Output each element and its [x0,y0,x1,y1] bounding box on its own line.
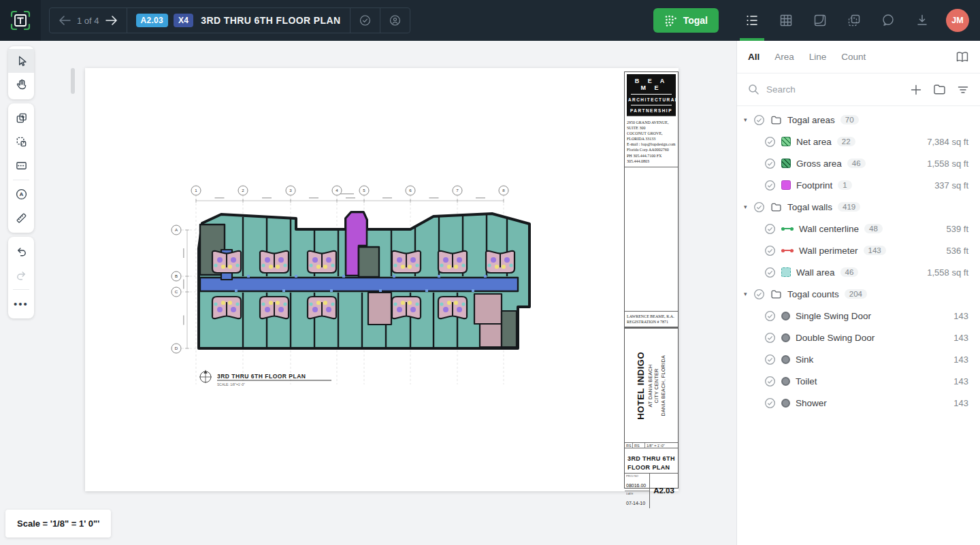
tab-area[interactable]: Area [774,52,794,62]
scale-status: Scale = '1/8" = 1' 0"' [5,510,111,538]
tab-line[interactable]: Line [809,52,827,62]
check-circle-icon[interactable] [764,332,776,344]
search-icon [748,84,760,95]
redo-icon [15,269,28,282]
tree-item-double-swing-door[interactable]: Double Swing Door143 [737,327,980,348]
region-select-icon [15,135,28,148]
measurement-tree: ▾Togal areas70Net area227,384 sq ftGross… [737,106,980,414]
corridor-area [200,278,518,291]
check-circle-icon[interactable] [764,376,776,387]
tree-section-togal-areas[interactable]: ▾Togal areas70 [737,109,980,131]
more-tools-button[interactable]: ••• [8,292,34,316]
count-swatch [781,377,790,386]
svg-text:4: 4 [336,188,338,193]
tree-item-toilet[interactable]: Toilet143 [737,370,980,392]
project-name-block: HOTEL INDIGO AT DANIA BEACH CITY CENTER … [625,329,678,443]
sheet-number-badge[interactable]: A2.03 [136,14,169,27]
undo-icon [15,245,28,258]
check-circle-icon[interactable] [764,223,776,235]
floor-plan-drawing: 12345678ABCD 3RD THRU 6TH FLOOR PLAN SCA… [167,180,555,398]
tab-all[interactable]: All [748,52,760,62]
select-tool-button[interactable] [8,49,34,73]
magic-select-tool-button[interactable] [8,130,34,154]
pan-tool-button[interactable] [8,73,34,97]
tree-item-wall-area[interactable]: Wall area461,558 sq ft [737,261,980,283]
measurement-value: 1,558 sq ft [927,159,980,169]
collapse-caret-icon[interactable]: ▾ [744,116,753,123]
redo-button[interactable] [8,263,34,287]
tree-item-gross-area[interactable]: Gross area461,558 sq ft [737,152,980,174]
tree-section-togal-counts[interactable]: ▾Togal counts204 [737,283,980,305]
count-badge: 143 [864,246,886,255]
measurement-value: 143 [953,398,980,408]
title-block: B E A M E ARCHITECTURAL PARTNERSHIP 2950… [624,71,679,489]
collapse-caret-icon[interactable]: ▾ [744,203,753,210]
compare-sheets-button[interactable] [837,0,871,41]
next-page-icon[interactable] [105,16,118,25]
tree-item-shower[interactable]: Shower143 [737,392,980,414]
page-indicator: 1 of 4 [77,16,99,26]
drawing-canvas[interactable]: 12345678ABCD 3RD THRU 6TH FLOOR PLAN SCA… [0,41,736,545]
count-swatch [781,312,790,320]
user-avatar[interactable]: JM [946,9,969,32]
tree-item-net-area[interactable]: Net area227,384 sq ft [737,131,980,152]
new-folder-button[interactable] [933,84,946,95]
tree-item-wall-perimeter[interactable]: Wall perimeter143536 ft [737,240,980,261]
filter-button[interactable] [957,84,969,95]
tab-count[interactable]: Count [841,52,866,62]
sheet-date: 07-14-10 [626,501,645,506]
search-input[interactable] [766,84,899,95]
count-swatch [781,399,790,408]
notes-icon [813,13,828,28]
check-circle-icon[interactable] [764,158,776,169]
comments-button[interactable] [871,0,905,41]
building-outline [199,212,529,348]
app-logo[interactable] [0,0,41,41]
approve-button[interactable] [350,8,380,33]
registration-text: LAWRENCE BEAME, R.A. REGISTRATION # 7871 [625,312,678,327]
check-circle-icon[interactable] [764,245,776,257]
togal-ai-button[interactable]: Togal [653,8,719,33]
prev-page-icon[interactable] [59,16,71,25]
check-circle-icon[interactable] [753,288,765,300]
annotation-tool-button[interactable]: A [8,182,34,206]
check-circle-icon[interactable] [764,136,776,148]
svg-text:B: B [175,274,178,278]
multiplier-badge[interactable]: X4 [174,14,193,27]
check-circle-icon[interactable] [764,397,776,409]
duplicate-area-tool-button[interactable] [8,106,34,130]
tree-section-togal-walls[interactable]: ▾Togal walls419 [737,196,980,218]
undo-button[interactable] [8,240,34,263]
firm-logo: B E A M E ARCHITECTURAL PARTNERSHIP [627,74,676,116]
canvas-scrollbar[interactable] [71,68,75,94]
takeoff-list-view-button[interactable] [735,0,769,41]
check-circle-icon[interactable] [764,267,776,278]
book-icon [956,51,969,63]
tree-item-wall-centerline[interactable]: Wall centerline48539 ft [737,218,980,240]
check-circle-icon[interactable] [764,180,776,191]
north-arrow-icon [199,370,212,384]
search-bar [737,73,980,106]
split-tool-button[interactable] [8,154,34,178]
download-button[interactable] [905,0,939,41]
collapse-caret-icon[interactable]: ▾ [744,291,753,297]
sheet-grid-view-button[interactable] [769,0,803,41]
assignee-button[interactable] [380,8,410,33]
notes-button[interactable] [803,0,837,41]
check-circle-icon[interactable] [753,114,765,126]
measurement-value: 143 [953,333,980,343]
count-badge: 22 [837,137,855,146]
sheet-title: 3RD THRU 6TH FLOOR PLAN [625,448,678,474]
check-circle-icon[interactable] [753,201,765,213]
project-name: HOTEL INDIGO [636,352,646,420]
folder-icon [770,201,782,213]
check-circle-icon[interactable] [764,310,776,322]
tree-item-single-swing-door[interactable]: Single Swing Door143 [737,305,980,327]
check-circle-icon[interactable] [764,354,776,365]
catalog-button[interactable] [956,51,969,63]
tree-item-footprint[interactable]: Footprint1337 sq ft [737,174,980,196]
tree-item-sink[interactable]: Sink143 [737,348,980,370]
svg-text:A: A [19,191,23,197]
measure-tool-button[interactable] [8,206,34,230]
add-measurement-button[interactable] [910,84,922,96]
